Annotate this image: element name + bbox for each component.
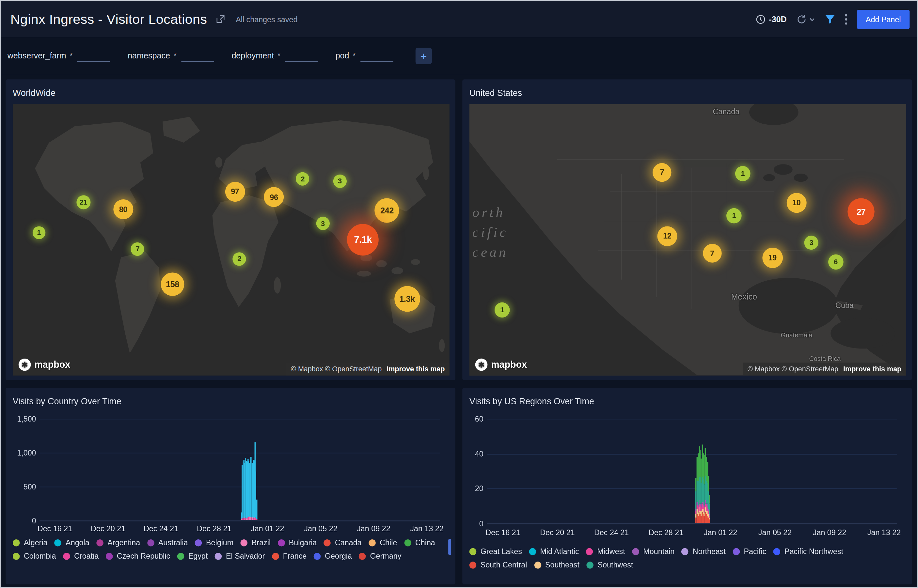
filter-button[interactable] — [825, 14, 835, 24]
time-range-control[interactable]: -30D — [755, 14, 787, 24]
panel-united-states: United States — [462, 79, 912, 380]
deployment-input[interactable] — [285, 50, 317, 62]
stacked-bar[interactable] — [709, 418, 710, 523]
map-marker-bubble[interactable]: 7 — [131, 242, 144, 255]
legend-item[interactable]: Great Lakes — [470, 547, 522, 556]
legend-item[interactable]: Canada — [324, 538, 362, 547]
legend-item[interactable]: Germany — [359, 552, 401, 561]
refresh-button[interactable] — [796, 14, 815, 25]
map-marker-bubble[interactable]: 2 — [296, 172, 309, 186]
map-marker-bubble[interactable]: 19 — [762, 248, 783, 268]
legend-label: Colombia — [24, 552, 56, 561]
gridline — [487, 418, 897, 419]
map-marker-bubble[interactable]: 1 — [32, 226, 45, 239]
map-marker-bubble[interactable]: 97 — [225, 182, 245, 202]
gridline — [487, 488, 897, 489]
us-marker-layer: 711027112371961CanadaMexicoCubaGuatemala… — [470, 104, 906, 376]
legend-item[interactable]: Australia — [147, 538, 188, 547]
map-marker-bubble[interactable]: 158 — [161, 273, 185, 296]
y-axis: 1,5001,0005000 — [6, 418, 36, 520]
worldwide-map[interactable]: 211807158297962332427.1k1.3k ✱ mapbox © … — [13, 104, 450, 376]
legend-color-dot — [96, 539, 104, 546]
legend-item[interactable]: Pacific — [733, 547, 766, 556]
filter-field-pod: pod * — [335, 50, 393, 62]
map-marker-bubble[interactable]: 80 — [113, 199, 133, 219]
share-icon[interactable] — [215, 14, 225, 24]
mapbox-mark-icon: ✱ — [19, 359, 31, 371]
legend-item[interactable]: Georgia — [314, 552, 352, 561]
legend-color-dot — [632, 548, 639, 555]
legend-item[interactable]: Pacific Northwest — [773, 547, 843, 556]
improve-map-link[interactable]: Improve this map — [387, 365, 445, 373]
chart-legend[interactable]: AlgeriaAngolaArgentinaAustraliaBelgiumBr… — [13, 538, 442, 560]
improve-map-link[interactable]: Improve this map — [843, 365, 901, 373]
legend-item[interactable]: China — [404, 538, 435, 547]
legend-item[interactable]: Brazil — [241, 538, 270, 547]
map-marker-bubble[interactable]: 1 — [726, 208, 742, 223]
legend-item[interactable]: Southeast — [534, 560, 580, 569]
map-marker-bubble[interactable]: 27 — [848, 199, 874, 225]
required-marker: * — [353, 51, 356, 60]
legend-item[interactable]: Mountain — [632, 547, 675, 556]
stacked-bar[interactable] — [256, 418, 257, 520]
legend-item[interactable]: Czech Republic — [106, 552, 170, 561]
legend-item[interactable]: Mid Atlantic — [529, 547, 579, 556]
more-menu-button[interactable] — [845, 14, 847, 25]
map-marker-bubble[interactable]: 7 — [652, 163, 671, 182]
x-tick-label: Dec 20 21 — [540, 528, 575, 537]
map-marker-bubble[interactable]: 7 — [703, 244, 722, 263]
legend-item[interactable]: El Salvador — [215, 552, 265, 561]
legend-color-dot — [534, 561, 541, 569]
legend-item[interactable]: South Central — [470, 560, 527, 569]
webserver-farm-input[interactable] — [78, 50, 110, 62]
legend-item[interactable]: Chile — [369, 538, 397, 547]
legend-label: Brazil — [252, 538, 270, 547]
legend-item[interactable]: Bulgaria — [278, 538, 317, 547]
map-marker-bubble[interactable]: 2 — [233, 252, 246, 266]
us-regions-time-chart[interactable]: 6040200 Dec 16 21Dec 20 21Dec 24 21Dec 2… — [462, 388, 912, 585]
legend-item[interactable]: Belgium — [195, 538, 233, 547]
legend-item[interactable]: Angola — [55, 538, 89, 547]
map-marker-bubble[interactable]: 3 — [316, 216, 329, 230]
add-panel-button[interactable]: Add Panel — [857, 10, 910, 29]
united-states-map[interactable]: 711027112371961CanadaMexicoCubaGuatemala… — [470, 104, 906, 376]
y-tick-label: 1,500 — [17, 414, 36, 423]
legend-scrollbar[interactable] — [448, 539, 451, 555]
map-marker-bubble[interactable]: 10 — [787, 193, 806, 213]
legend-item[interactable]: Egypt — [177, 552, 208, 561]
legend-item[interactable]: Northeast — [682, 547, 726, 556]
map-marker-bubble[interactable]: 96 — [264, 187, 284, 207]
legend-item[interactable]: France — [272, 552, 307, 561]
legend-item[interactable]: Argentina — [96, 538, 140, 547]
add-filter-button[interactable]: + — [415, 48, 432, 64]
legend-color-dot — [586, 548, 593, 555]
pod-input[interactable] — [360, 50, 393, 62]
y-tick-label: 0 — [479, 519, 484, 528]
mapbox-logo[interactable]: ✱ mapbox — [475, 359, 527, 371]
legend-item[interactable]: Colombia — [13, 552, 56, 561]
legend-item[interactable]: Midwest — [586, 547, 625, 556]
map-marker-bubble[interactable]: 7.1k — [347, 224, 379, 255]
legend-label: France — [283, 552, 307, 561]
map-marker-bubble[interactable]: 1.3k — [394, 286, 420, 312]
map-marker-bubble[interactable]: 3 — [333, 174, 346, 187]
map-marker-bubble[interactable]: 1 — [735, 166, 751, 181]
x-tick-label: Jan 01 22 — [251, 524, 284, 533]
legend-item[interactable]: Croatia — [63, 552, 99, 561]
country-time-chart[interactable]: 1,5001,0005000 Dec 16 21Dec 20 21Dec 24 … — [6, 388, 455, 585]
map-marker-bubble[interactable]: 3 — [805, 236, 818, 250]
legend-item[interactable]: Southwest — [586, 560, 633, 569]
map-marker-bubble[interactable]: 1 — [495, 302, 510, 318]
legend-item[interactable]: Algeria — [13, 538, 48, 547]
legend-color-dot — [470, 548, 477, 555]
chart-legend[interactable]: Great LakesMid AtlanticMidwestMountainNo… — [470, 547, 899, 569]
map-marker-bubble[interactable]: 6 — [828, 255, 844, 270]
map-marker-bubble[interactable]: 21 — [76, 195, 91, 209]
map-marker-bubble[interactable]: 242 — [375, 198, 399, 223]
map-marker-bubble[interactable]: 12 — [657, 226, 677, 246]
mapbox-logo[interactable]: ✱ mapbox — [19, 359, 70, 371]
required-marker: * — [174, 51, 176, 60]
world-marker-layer: 211807158297962332427.1k1.3k — [13, 104, 450, 376]
legend-label: Australia — [158, 538, 188, 547]
namespace-input[interactable] — [181, 50, 214, 62]
